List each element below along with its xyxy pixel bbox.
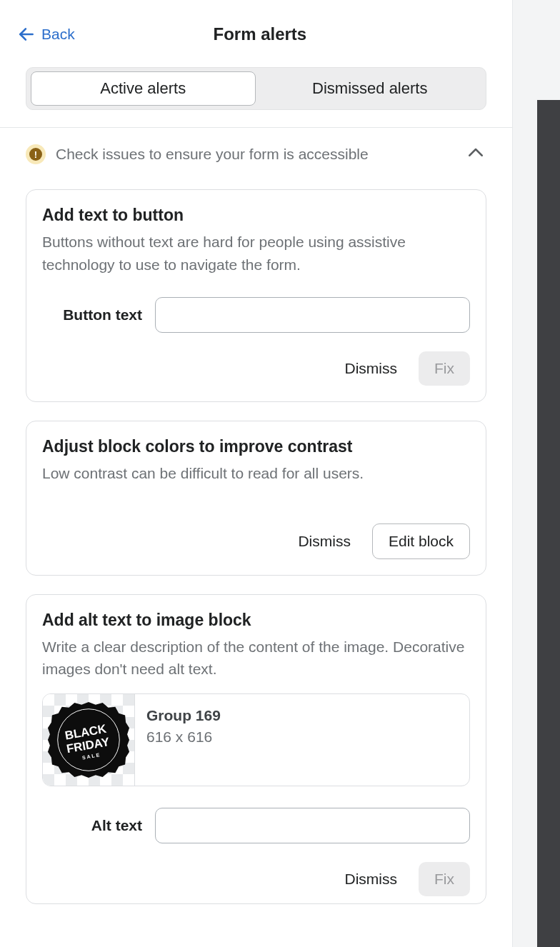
- alert-card-adjust-contrast: Adjust block colors to improve contrast …: [26, 421, 486, 576]
- alert-card-title: Add alt text to image block: [42, 611, 470, 630]
- image-dimensions: 616 x 616: [146, 728, 458, 746]
- dismiss-button[interactable]: Dismiss: [341, 353, 402, 384]
- right-dark-strip: [537, 100, 560, 947]
- button-text-input[interactable]: [155, 297, 470, 333]
- button-text-label: Button text: [42, 306, 142, 324]
- image-preview-card: BLACK FRIDAY SALE Group 169 616 x 616: [42, 693, 470, 786]
- edit-block-button[interactable]: Edit block: [372, 523, 470, 559]
- tab-dismissed-alerts[interactable]: Dismissed alerts: [259, 71, 482, 106]
- button-text-field-row: Button text: [42, 297, 470, 333]
- black-friday-badge-icon: BLACK FRIDAY SALE: [46, 698, 131, 782]
- alt-text-label: Alt text: [42, 817, 142, 834]
- alert-card-description: Low contrast can be difficult to read fo…: [42, 462, 470, 485]
- alert-card-actions: Dismiss Fix: [42, 862, 470, 896]
- page-title: Form alerts: [25, 24, 495, 44]
- alert-card-title: Add text to button: [42, 206, 470, 225]
- tabs: Active alerts Dismissed alerts: [26, 67, 486, 110]
- panel-header: Back Form alerts: [0, 0, 512, 61]
- alert-card-description: Buttons without text are hard for people…: [42, 231, 470, 276]
- warning-icon: !: [26, 144, 46, 164]
- form-alerts-panel: Back Form alerts Active alerts Dismissed…: [0, 0, 513, 947]
- dismiss-button[interactable]: Dismiss: [294, 526, 355, 557]
- image-meta: Group 169 616 x 616: [134, 694, 469, 786]
- accessibility-banner-text: Check issues to ensure your form is acce…: [56, 146, 455, 163]
- accessibility-banner[interactable]: ! Check issues to ensure your form is ac…: [0, 128, 512, 181]
- fix-button[interactable]: Fix: [419, 351, 470, 386]
- tab-active-alerts[interactable]: Active alerts: [31, 71, 256, 106]
- chevron-up-icon[interactable]: [465, 142, 486, 166]
- image-filename: Group 169: [146, 707, 458, 724]
- alt-text-field-row: Alt text: [42, 808, 470, 843]
- alert-card-description: Write a clear description of the content…: [42, 636, 470, 681]
- alert-card-actions: Dismiss Edit block: [42, 523, 470, 559]
- alert-card-add-alt-text: Add alt text to image block Write a clea…: [26, 594, 486, 904]
- alt-text-input[interactable]: [155, 808, 470, 843]
- alert-card-add-text-to-button: Add text to button Buttons without text …: [26, 189, 486, 402]
- image-thumbnail: BLACK FRIDAY SALE: [43, 694, 134, 786]
- dismiss-button[interactable]: Dismiss: [341, 863, 402, 895]
- alert-card-actions: Dismiss Fix: [42, 351, 470, 386]
- alert-card-title: Adjust block colors to improve contrast: [42, 437, 470, 456]
- fix-button[interactable]: Fix: [419, 862, 470, 896]
